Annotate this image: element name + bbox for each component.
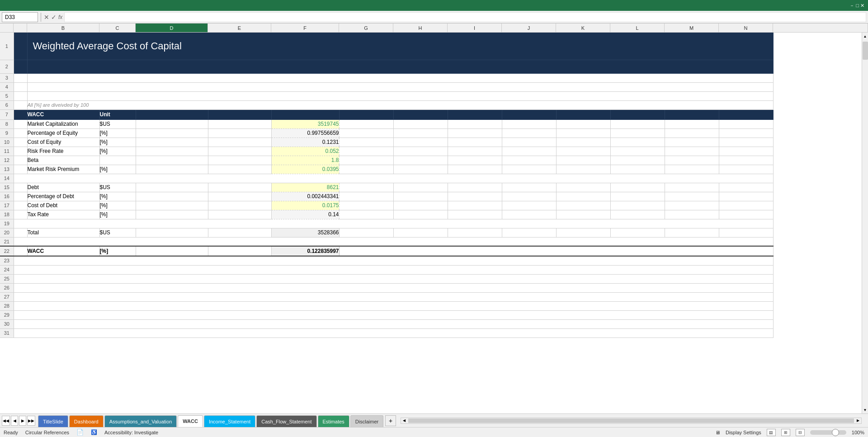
row-header: 24 <box>0 265 14 274</box>
col-header-N[interactable]: N <box>719 24 773 32</box>
col-header-I[interactable]: I <box>448 24 502 32</box>
total-unit: $US <box>99 228 136 237</box>
display-settings-label[interactable]: Display Settings <box>726 430 761 435</box>
table-row: 2 <box>0 60 773 73</box>
row-header: 10 <box>0 138 14 147</box>
risk-free-value[interactable]: 0.052 <box>271 147 339 156</box>
scroll-thumb[interactable] <box>863 42 868 60</box>
total-value[interactable]: 3528366 <box>271 228 339 237</box>
table-row: 9 Percentage of Equity [%] 0.997556659 <box>0 128 773 138</box>
cell-ref-box[interactable]: D33 <box>2 12 38 22</box>
formula-bar: D33 ✕ ✓ fx <box>0 11 868 24</box>
beta-label: Beta <box>27 156 99 165</box>
wacc-result-value[interactable]: 0.122835997 <box>271 246 339 256</box>
view-layout-btn[interactable]: ⊞ <box>781 429 790 436</box>
row-header: 4 <box>0 82 14 91</box>
sheet-tabs-area: ◀◀ ◀ ▶ ▶▶ TitleSlide Dashboard Assumptio… <box>0 413 868 427</box>
tab-income[interactable]: Income_Statement <box>204 415 255 427</box>
col-header-D[interactable]: D <box>136 24 208 32</box>
table-row: 8 Market Capitalization $US 3519745 <box>0 119 773 128</box>
cost-equity-unit: [%] <box>99 138 136 147</box>
table-row: 12 Beta 1.8 <box>0 156 773 165</box>
row-header: 19 <box>0 219 14 228</box>
wacc-result-unit: [%] <box>99 246 136 256</box>
market-cap-unit: $US <box>99 119 136 128</box>
debt-value[interactable]: 8621 <box>271 183 339 192</box>
formula-bar-divider <box>41 13 41 22</box>
zoom-level: 100% <box>852 430 864 435</box>
cost-debt-label: Cost of Debt <box>27 201 99 210</box>
formula-input[interactable] <box>64 12 866 22</box>
table-row: 16 Percentage of Debt [%] 0.002443341 <box>0 192 773 201</box>
v-scrollbar[interactable]: ▲ ▼ <box>862 33 868 413</box>
cell-A2[interactable] <box>14 60 27 73</box>
table-row: 26 <box>0 283 773 292</box>
display-settings-icon: 🖥 <box>715 430 720 435</box>
risk-free-unit: [%] <box>99 147 136 156</box>
zoom-slider[interactable] <box>810 430 846 435</box>
tab-nav-next[interactable]: ▶ <box>19 416 26 426</box>
tab-nav-left[interactable]: ◀◀ <box>2 416 10 426</box>
pct-debt-unit: [%] <box>99 192 136 201</box>
market-cap-value[interactable]: 3519745 <box>271 119 339 128</box>
col-header-C[interactable]: C <box>99 24 136 32</box>
col-header-E[interactable]: E <box>208 24 271 32</box>
tab-cashflow[interactable]: Cash_Flow_Statement <box>256 415 316 427</box>
col-header-A[interactable] <box>14 24 27 32</box>
add-sheet-btn[interactable]: + <box>385 415 396 426</box>
row-header: 17 <box>0 201 14 210</box>
cancel-icon[interactable]: ✕ <box>44 14 49 21</box>
pct-debt-label: Percentage of Debt <box>27 192 99 201</box>
cost-equity-value[interactable]: 0.1231 <box>271 138 339 147</box>
col-header-K[interactable]: K <box>556 24 610 32</box>
table-row: 10 Cost of Equity [%] 0.1231 <box>0 138 773 147</box>
scroll-down-btn[interactable]: ▼ <box>862 406 868 413</box>
status-circular[interactable]: Circular References <box>25 430 69 435</box>
col-header-G[interactable]: G <box>339 24 393 32</box>
function-icon[interactable]: fx <box>58 14 62 20</box>
cell-B2[interactable] <box>27 60 773 73</box>
h-scroll-thumb[interactable] <box>408 418 854 423</box>
tax-value[interactable]: 0.14 <box>271 210 339 219</box>
tab-estimates[interactable]: Estimates <box>318 415 349 427</box>
table-row: 18 Tax Rate [%] 0.14 <box>0 210 773 219</box>
table-row: 11 Risk Free Rate [%] 0.052 <box>0 147 773 156</box>
confirm-icon[interactable]: ✓ <box>51 14 57 21</box>
cell-B1[interactable]: Weighted Average Cost of Capital <box>27 33 773 60</box>
h-scroll-left[interactable]: ◀ <box>401 418 407 424</box>
row-header: 12 <box>0 156 14 165</box>
wacc-result-label: WACC <box>27 246 99 256</box>
view-normal-btn[interactable]: ▤ <box>767 429 776 436</box>
col-header-F[interactable]: F <box>271 24 339 32</box>
col-header-J[interactable]: J <box>502 24 556 32</box>
window-controls[interactable]: － □ ✕ <box>849 2 864 9</box>
tab-dashboard[interactable]: Dashboard <box>69 415 104 427</box>
table-row: 13 Market Risk Premium [%] 0.0395 <box>0 165 773 174</box>
row-header: 6 <box>0 100 14 109</box>
tab-disclaimer[interactable]: Disclaimer <box>350 415 383 427</box>
cost-debt-value[interactable]: 0.0175 <box>271 201 339 210</box>
view-page-btn[interactable]: ⊟ <box>796 429 805 436</box>
tab-assumptions[interactable]: Assumptions_and_Valuation <box>104 415 177 427</box>
col-header-M[interactable]: M <box>665 24 719 32</box>
mkt-risk-value[interactable]: 0.0395 <box>271 165 339 174</box>
col-header-L[interactable]: L <box>610 24 665 32</box>
h-scroll-right[interactable]: ▶ <box>855 418 861 424</box>
scroll-up-btn[interactable]: ▲ <box>862 33 868 40</box>
row-header: 5 <box>0 91 14 100</box>
col-header-B[interactable]: B <box>27 24 99 32</box>
tab-titleslide[interactable]: TitleSlide <box>38 415 68 427</box>
tab-wacc[interactable]: WACC <box>178 415 203 427</box>
table-row: 23 <box>0 256 773 265</box>
col-header-H[interactable]: H <box>393 24 448 32</box>
pct-debt-value[interactable]: 0.002443341 <box>271 192 339 201</box>
h-scroll-area[interactable]: ◀ ▶ <box>401 418 862 424</box>
beta-value[interactable]: 1.8 <box>271 156 339 165</box>
pct-equity-value[interactable]: 0.997556659 <box>271 128 339 138</box>
table-row: 1 Weighted Average Cost of Capital <box>0 33 773 60</box>
cell-A1[interactable] <box>14 33 27 60</box>
accessibility-text[interactable]: Accessibility: Investigate <box>104 430 158 435</box>
tab-nav-right[interactable]: ▶▶ <box>27 416 35 426</box>
tab-nav-prev[interactable]: ◀ <box>11 416 18 426</box>
cost-debt-unit: [%] <box>99 201 136 210</box>
